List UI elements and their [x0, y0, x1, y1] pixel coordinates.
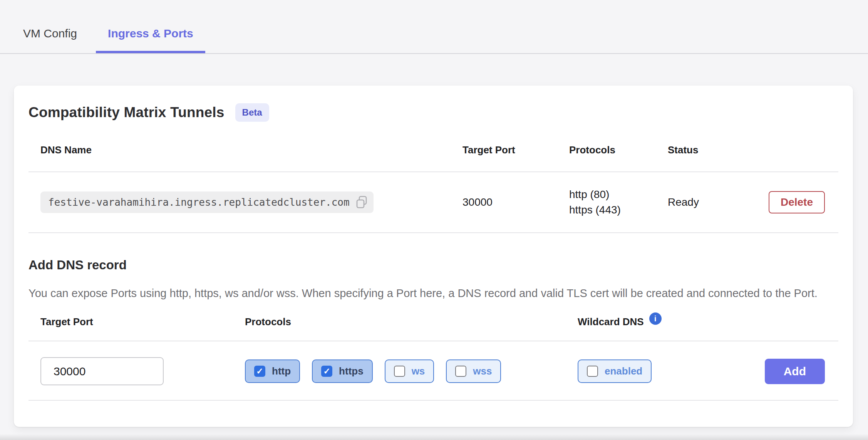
http-checkbox[interactable]: ✓ [254, 366, 265, 377]
column-header-target-port: Target Port [462, 144, 569, 156]
form-label-wildcard-dns: Wildcard DNS i [578, 316, 838, 328]
http-option-label: http [272, 365, 291, 377]
status-value: Ready [668, 196, 699, 208]
form-bottom-divider [28, 400, 838, 401]
tunnels-table-header: DNS Name Target Port Protocols Status [28, 122, 838, 171]
wildcard-enabled-checkbox[interactable]: ✓ [587, 366, 598, 377]
copy-icon[interactable] [356, 196, 367, 209]
wildcard-enabled-option[interactable]: ✓ enabled [578, 359, 652, 383]
tunnels-card: Compatibility Matrix Tunnels Beta DNS Na… [14, 86, 853, 427]
check-icon: ✓ [323, 367, 330, 376]
protocols-cell: http (80) https (443) [569, 187, 668, 218]
column-header-dns-name: DNS Name [40, 144, 462, 156]
table-row: festive-varahamihira.ingress.replicatedc… [28, 172, 838, 232]
target-port-input[interactable] [40, 357, 164, 385]
table-row-divider [28, 232, 838, 233]
add-dns-record-heading: Add DNS record [28, 258, 838, 272]
protocol-option-http[interactable]: ✓ http [245, 359, 300, 383]
protocol-line-https: https (443) [569, 202, 668, 218]
wildcard-dns-label-text: Wildcard DNS [578, 316, 644, 328]
protocol-option-wss[interactable]: ✓ wss [446, 359, 501, 383]
tab-vm-config[interactable]: VM Config [11, 27, 89, 53]
ws-option-label: ws [412, 365, 425, 377]
delete-button[interactable]: Delete [769, 191, 825, 213]
status-actions-cell: Ready Delete [668, 191, 838, 213]
protocol-line-http: http (80) [569, 187, 668, 202]
info-icon[interactable]: i [649, 312, 662, 325]
protocol-option-ws[interactable]: ✓ ws [385, 359, 434, 383]
tab-ingress-ports[interactable]: Ingress & Ports [96, 27, 205, 53]
protocol-option-https[interactable]: ✓ https [312, 359, 373, 383]
target-port-cell: 30000 [462, 196, 569, 208]
card-title: Compatibility Matrix Tunnels [28, 104, 225, 121]
add-button[interactable]: Add [765, 359, 825, 384]
ws-checkbox[interactable]: ✓ [394, 366, 405, 377]
wss-option-label: wss [473, 365, 492, 377]
https-option-label: https [339, 365, 364, 377]
wildcard-dns-cell: ✓ enabled [578, 359, 765, 383]
dns-name-cell: festive-varahamihira.ingress.replicatedc… [40, 191, 462, 213]
card-title-row: Compatibility Matrix Tunnels Beta [28, 103, 838, 122]
wildcard-enabled-label: enabled [605, 365, 642, 377]
https-checkbox[interactable]: ✓ [321, 366, 332, 377]
wss-checkbox[interactable]: ✓ [455, 366, 466, 377]
protocol-options-group: ✓ http ✓ https ✓ ws ✓ wss [245, 359, 578, 383]
target-port-field-cell [40, 357, 245, 385]
form-header-row: Target Port Protocols Wildcard DNS i [28, 301, 838, 341]
add-dns-record-description: You can expose Ports using http, https, … [28, 285, 828, 301]
tab-bar: VM Config Ingress & Ports [0, 0, 868, 54]
form-input-row: ✓ http ✓ https ✓ ws ✓ wss [28, 341, 838, 400]
form-label-target-port: Target Port [40, 316, 245, 328]
check-icon: ✓ [256, 367, 263, 376]
form-label-protocols: Protocols [245, 316, 578, 328]
dns-name-pill: festive-varahamihira.ingress.replicatedc… [40, 191, 374, 213]
column-header-status: Status [668, 144, 838, 156]
column-header-protocols: Protocols [569, 144, 668, 156]
dns-name-value: festive-varahamihira.ingress.replicatedc… [48, 196, 350, 208]
beta-badge: Beta [235, 103, 269, 122]
